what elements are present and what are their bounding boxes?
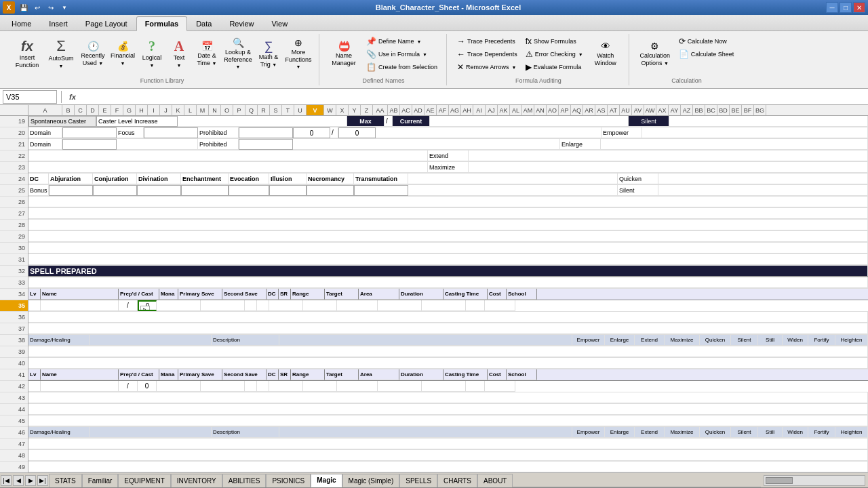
col-header-T[interactable]: T (282, 105, 294, 115)
col-header-S[interactable]: S (270, 105, 282, 115)
spell2-area-val[interactable] (337, 381, 378, 392)
col-header-BG[interactable]: BG (754, 105, 766, 115)
tab-insert[interactable]: Insert (40, 16, 77, 30)
col-header-P[interactable]: P (233, 105, 245, 115)
sheet-nav-prev[interactable]: ◀ (13, 475, 24, 486)
spell1-area-val[interactable] (337, 300, 378, 311)
create-from-selection-btn[interactable]: 📋 Create from Selection (363, 61, 441, 73)
math-trig-btn[interactable]: ∑ Math &Trig ▼ (255, 35, 282, 73)
col-header-AS[interactable]: AS (595, 105, 608, 115)
cell-prohibited1-val[interactable] (239, 127, 293, 138)
tab-data[interactable]: Data (187, 16, 220, 30)
tab-home[interactable]: Home (3, 16, 40, 30)
spell1-target-val[interactable] (303, 300, 337, 311)
watch-window-btn[interactable]: 👁 WatchWindow (588, 35, 623, 73)
col-header-AR[interactable]: AR (583, 105, 595, 115)
spell1-cost-val[interactable] (466, 300, 485, 311)
spell2-prepd-val[interactable]: / (119, 381, 138, 392)
sheet-tab-inventory[interactable]: INVENTORY (171, 474, 222, 487)
col-header-BC[interactable]: BC (705, 105, 717, 115)
redo-quick-btn[interactable]: ↪ (45, 1, 57, 14)
spell1-casting-val[interactable] (422, 300, 466, 311)
cell-evocation-val[interactable] (229, 185, 269, 196)
spell2-primary-val[interactable] (157, 381, 201, 392)
col-header-U[interactable]: U (294, 105, 307, 115)
sheet-tab-equipment[interactable]: EQUIPMENT (118, 474, 170, 487)
col-header-A[interactable]: A (28, 105, 62, 115)
undo-quick-btn[interactable]: ↩ (31, 1, 43, 14)
col-header-B[interactable]: B (62, 105, 75, 115)
spell1-duration-val[interactable] (378, 300, 422, 311)
calculation-options-btn[interactable]: ⚙ CalculationOptions ▼ (636, 35, 674, 73)
sheet-tab-spells[interactable]: SPELLS (399, 474, 437, 487)
col-header-M[interactable]: M (197, 105, 209, 115)
date-time-btn[interactable]: 📅 Date &Time ▼ (193, 35, 221, 73)
spell1-school-val[interactable] (485, 300, 515, 311)
cell-B19[interactable]: Caster Level Increase (96, 116, 178, 127)
financial-btn[interactable]: 💰 Financial▼ (108, 35, 137, 73)
spell2-mana-val[interactable]: 0 (138, 381, 157, 392)
spell2-casting-val[interactable] (422, 381, 466, 392)
col-header-H[interactable]: H (136, 105, 148, 115)
spell1-lv-val[interactable] (28, 300, 41, 311)
col-header-E[interactable]: E (99, 105, 111, 115)
scrollbar-thumb[interactable] (766, 477, 793, 484)
sheet-tab-stats[interactable]: STATS (49, 474, 82, 487)
spell2-sr-val[interactable] (257, 381, 269, 392)
more-functions-btn[interactable]: ⊕ MoreFunctions ▼ (283, 35, 313, 73)
col-header-K[interactable]: K (172, 105, 184, 115)
spell1-dc-val[interactable] (245, 300, 257, 311)
cell-transmutation-val[interactable] (354, 185, 408, 196)
col-header-Q[interactable]: Q (245, 105, 258, 115)
maximize-btn[interactable]: □ (840, 2, 852, 13)
tab-pagelayout[interactable]: Page Layout (77, 16, 136, 30)
col-header-D[interactable]: D (87, 105, 99, 115)
evaluate-formula-btn[interactable]: ▶ Evaluate Formula (522, 61, 587, 73)
col-header-AA[interactable]: AA (373, 105, 388, 115)
spell2-range-val[interactable] (269, 381, 303, 392)
spell2-dc-val[interactable] (245, 381, 257, 392)
insert-function-btn[interactable]: fx InsertFunction (11, 35, 43, 73)
calculate-sheet-btn[interactable]: 📄 Calculate Sheet (675, 48, 738, 60)
sheet-nav-first[interactable]: |◀ (1, 475, 12, 486)
col-header-AF[interactable]: AF (437, 105, 449, 115)
error-checking-btn[interactable]: ⚠ Error Checking ▼ (522, 48, 587, 60)
col-header-BE[interactable]: BE (730, 105, 742, 115)
sheet-tab-familiar[interactable]: Familiar (82, 474, 119, 487)
cell-abjuration-val[interactable] (49, 185, 93, 196)
col-header-Z[interactable]: Z (361, 105, 373, 115)
spell1-name-val[interactable] (41, 300, 119, 311)
calculate-now-btn[interactable]: ⟳ Calculate Now (675, 35, 738, 47)
col-header-AU[interactable]: AU (620, 105, 632, 115)
col-header-AX[interactable]: AX (656, 105, 669, 115)
spell1-sr-val[interactable] (257, 300, 269, 311)
col-header-R[interactable]: R (258, 105, 270, 115)
minimize-btn[interactable]: ─ (826, 2, 838, 13)
remove-arrows-btn[interactable]: ✕ Remove Arrows ▼ (454, 61, 521, 73)
spell1-prepd-val[interactable]: / (119, 300, 138, 311)
col-header-O[interactable]: O (221, 105, 233, 115)
trace-precedents-btn[interactable]: → Trace Precedents (454, 35, 521, 47)
cell-domain1-val[interactable] (62, 127, 117, 138)
cell-currentval[interactable]: 0 (338, 127, 376, 138)
logical-btn[interactable]: ? Logical▼ (138, 35, 165, 73)
define-name-btn[interactable]: 📌 Define Name ▼ (363, 35, 441, 47)
spell1-primary-val[interactable] (157, 300, 201, 311)
col-header-BD[interactable]: BD (717, 105, 730, 115)
formula-input[interactable] (82, 90, 865, 104)
spell2-name-val[interactable] (41, 381, 119, 392)
col-header-AK[interactable]: AK (498, 105, 510, 115)
lookup-ref-btn[interactable]: 🔍 Lookup &Reference ▼ (222, 35, 254, 73)
col-header-F[interactable]: F (111, 105, 123, 115)
col-header-BB[interactable]: BB (693, 105, 705, 115)
sheet-tab-about[interactable]: ABOUT (477, 474, 513, 487)
cell-necromancy-val[interactable] (307, 185, 354, 196)
col-header-J[interactable]: J (160, 105, 172, 115)
col-header-W[interactable]: W (324, 105, 336, 115)
tab-view[interactable]: View (262, 16, 296, 30)
col-header-AE[interactable]: AE (425, 105, 437, 115)
col-header-AZ[interactable]: AZ (681, 105, 693, 115)
col-header-L[interactable]: L (184, 105, 197, 115)
col-header-AC[interactable]: AC (400, 105, 412, 115)
more-quick-btn[interactable]: ▼ (58, 1, 71, 14)
